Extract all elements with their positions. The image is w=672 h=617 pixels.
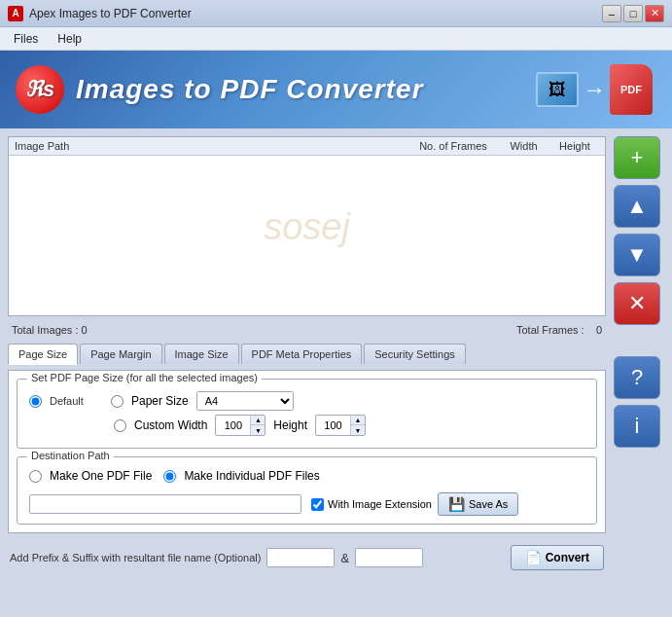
custom-size-radio[interactable]	[114, 419, 126, 432]
window-controls: – □ ✕	[602, 5, 664, 22]
dest-path-row: With Image Extension 💾 Save As	[29, 492, 584, 516]
one-pdf-option: Make One PDF File	[29, 469, 152, 483]
with-image-extension-option: With Image Extension	[311, 498, 432, 511]
save-as-button[interactable]: 💾 Save As	[438, 492, 518, 516]
height-down[interactable]: ▼	[351, 425, 365, 435]
one-pdf-label: Make One PDF File	[50, 469, 152, 483]
custom-size-row: Custom Width ▲ ▼ Height ▲ ▼	[29, 415, 584, 436]
col-width-header: Width	[497, 140, 550, 152]
custom-width-up[interactable]: ▲	[251, 416, 265, 425]
file-list-header: Image Path No. of Frames Width Height	[9, 137, 605, 156]
total-frames-label: Total Frames : 0	[516, 324, 602, 336]
custom-width-input[interactable]	[216, 417, 250, 433]
custom-width-label: Custom Width	[134, 418, 207, 432]
tab-pdf-meta[interactable]: PDF Meta Properties	[241, 344, 363, 364]
prefix-input[interactable]	[266, 548, 335, 567]
dest-options-row: Make One PDF File Make Individual PDF Fi…	[29, 465, 584, 487]
tab-image-size[interactable]: Image Size	[164, 344, 239, 364]
dest-path-input[interactable]	[29, 494, 301, 514]
tabs-container: Page Size Page Margin Image Size PDF Met…	[8, 344, 606, 364]
paper-size-select[interactable]: A4 A3 A5 Letter Legal	[196, 391, 294, 411]
one-pdf-radio[interactable]	[29, 470, 42, 483]
maximize-button[interactable]: □	[623, 5, 643, 22]
add-image-button[interactable]: +	[614, 136, 660, 179]
custom-width-spin: ▲ ▼	[215, 415, 265, 436]
destination-group: Destination Path Make One PDF File Make …	[17, 456, 597, 525]
app-icon: A	[8, 6, 23, 21]
with-image-extension-checkbox[interactable]	[311, 498, 324, 511]
page-size-group: Set PDF Page Size (for all the selected …	[17, 379, 597, 449]
tab-page-margin[interactable]: Page Margin	[80, 344, 161, 364]
minimize-button[interactable]: –	[602, 5, 621, 22]
ampersand: &	[340, 551, 349, 565]
left-panel: Image Path No. of Frames Width Height so…	[8, 136, 606, 570]
move-down-button[interactable]: ▼	[614, 234, 660, 276]
individual-pdf-option: Make Individual PDF Files	[163, 469, 319, 483]
col-frames-header: No. of Frames	[409, 140, 497, 152]
page-size-group-label: Set PDF Page Size (for all the selected …	[27, 372, 262, 383]
bottom-row: Add Prefix & Suffix with resultant file …	[8, 545, 606, 570]
info-button[interactable]: i	[614, 405, 660, 448]
menu-files[interactable]: Files	[4, 30, 48, 48]
window-title: Apex Images to PDF Converter	[29, 7, 596, 20]
app-title: Images to PDF Converter	[76, 74, 424, 105]
header-icons: 🖼 → PDF	[536, 64, 653, 115]
title-bar: A Apex Images to PDF Converter – □ ✕	[0, 0, 672, 27]
default-label: Default	[50, 395, 103, 407]
height-label: Height	[273, 418, 307, 432]
with-image-extension-label: With Image Extension	[328, 498, 432, 510]
app-header: ℜs Images to PDF Converter 🖼 → PDF	[0, 51, 672, 128]
height-up[interactable]: ▲	[351, 416, 365, 425]
prefix-suffix-label: Add Prefix & Suffix with resultant file …	[10, 552, 261, 563]
help-button[interactable]: ?	[614, 356, 660, 399]
menu-help[interactable]: Help	[48, 30, 91, 48]
col-path-header: Image Path	[15, 140, 409, 152]
watermark: sosej	[264, 205, 350, 247]
paper-size-row: Default Paper Size A4 A3 A5 Letter Legal	[29, 391, 584, 411]
suffix-input[interactable]	[355, 548, 423, 567]
tab-page-size[interactable]: Page Size	[8, 344, 78, 365]
menu-bar: Files Help	[0, 27, 672, 51]
individual-pdf-label: Make Individual PDF Files	[184, 469, 319, 483]
height-spin: ▲ ▼	[315, 415, 366, 436]
dest-group-label: Destination Path	[27, 450, 114, 461]
app-logo: ℜs	[16, 65, 64, 114]
paper-size-label: Paper Size	[131, 394, 189, 408]
total-images-label: Total Images : 0	[12, 324, 88, 336]
right-sidebar: + ▲ ▼ ✕ ? i	[614, 136, 664, 570]
col-height-header: Height	[550, 140, 599, 152]
main-area: Image Path No. of Frames Width Height so…	[0, 128, 672, 578]
stats-row: Total Images : 0 Total Frames : 0	[8, 322, 606, 338]
image-icon: 🖼	[536, 72, 579, 107]
height-input[interactable]	[316, 417, 350, 433]
tab-security[interactable]: Security Settings	[364, 344, 466, 364]
arrow-icon: →	[583, 76, 606, 103]
convert-button[interactable]: 📄 Convert	[511, 545, 604, 570]
sidebar-spacer	[614, 331, 664, 350]
close-button[interactable]: ✕	[645, 5, 664, 22]
tab-content: Set PDF Page Size (for all the selected …	[8, 370, 606, 533]
move-up-button[interactable]: ▲	[614, 185, 660, 228]
custom-width-down[interactable]: ▼	[251, 425, 265, 435]
pdf-icon: PDF	[610, 64, 653, 115]
default-radio[interactable]	[29, 395, 42, 408]
paper-size-radio[interactable]	[111, 395, 124, 408]
delete-button[interactable]: ✕	[614, 282, 660, 325]
individual-pdf-radio[interactable]	[163, 470, 176, 483]
file-list-container: Image Path No. of Frames Width Height so…	[8, 136, 606, 316]
